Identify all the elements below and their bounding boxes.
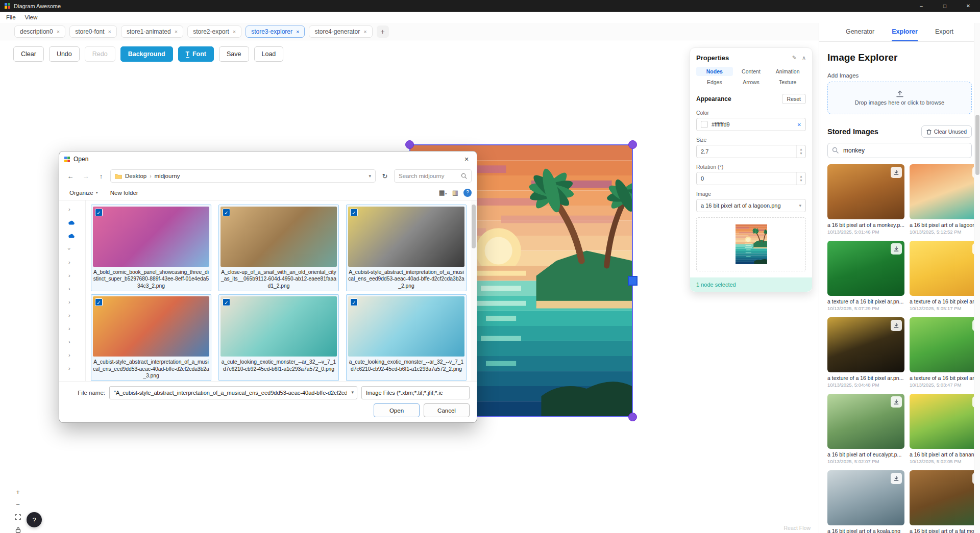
chevron-right-icon[interactable]: ›	[68, 352, 70, 358]
preview-pane-icon[interactable]: ▥	[452, 189, 458, 196]
breadcrumb-root[interactable]: Desktop	[125, 173, 146, 179]
tab-store4-generator[interactable]: store4-generator×	[309, 26, 372, 38]
sidebar-tab-export[interactable]: Export	[935, 23, 953, 41]
tree-item-cloud[interactable]	[59, 229, 85, 242]
file-item[interactable]: ✓A_cubist-style_abstract_interpretation_…	[346, 205, 467, 291]
rotation-stepper[interactable]: ▲▼	[796, 172, 805, 185]
stored-image-card[interactable]: a 16 bit pixel art of a lagoon.p...10/13…	[910, 164, 980, 235]
chevron-right-icon[interactable]: ›	[68, 206, 70, 212]
stored-image-card[interactable]: a 16 bit pixel art of eucalypt.p...10/13…	[827, 394, 904, 464]
tab-close-icon[interactable]: ×	[363, 29, 366, 35]
stored-image-card[interactable]: a 16 bit pixel art of a banana.p...10/13…	[910, 394, 980, 464]
stored-image-card[interactable]: a texture of a 16 bit pixel ar.pn...10/1…	[827, 317, 904, 388]
stored-image-card[interactable]: a 16 bit pixel art of a monkey.p...10/13…	[827, 164, 904, 235]
download-icon[interactable]	[891, 243, 902, 255]
stored-image-card[interactable]: a texture of a 16 bit pixel ar.pn...10/1…	[910, 241, 980, 311]
load-button[interactable]: Load	[254, 46, 284, 62]
tab-close-icon[interactable]: ×	[296, 29, 299, 35]
tree-item-cloud[interactable]	[59, 216, 85, 229]
stored-image-card[interactable]: a texture of a 16 bit pixel ar.pn...10/1…	[827, 241, 904, 311]
change-view-icon[interactable]: ▦▾	[438, 189, 447, 196]
clear-button[interactable]: Clear	[13, 46, 44, 62]
properties-tab-arrows[interactable]: Arrows	[733, 78, 770, 87]
lock-icon[interactable]	[12, 524, 23, 533]
chevron-right-icon[interactable]: ›	[68, 339, 70, 345]
resize-handle-top-left[interactable]	[405, 140, 414, 149]
checkbox-checked-icon[interactable]: ✓	[95, 298, 103, 306]
tree-item[interactable]: ›	[59, 242, 85, 256]
new-folder-button[interactable]: New folder	[105, 187, 143, 199]
help-button[interactable]: ?	[27, 512, 42, 527]
zoom-out-icon[interactable]: −	[12, 499, 23, 510]
tab-store1-animated[interactable]: store1-animated×	[121, 26, 183, 38]
connection-handle-right[interactable]	[628, 276, 638, 286]
zoom-in-icon[interactable]: +	[12, 486, 23, 497]
tree-item[interactable]: ›	[59, 322, 85, 335]
reset-button[interactable]: Reset	[782, 94, 806, 104]
address-dropdown-icon[interactable]: ▾	[369, 173, 371, 179]
tree-item[interactable]: ›	[59, 256, 85, 269]
chevron-right-icon[interactable]: ›	[68, 259, 70, 265]
add-tab-button[interactable]: +	[377, 26, 389, 38]
dialog-search-box[interactable]: Search midjourny	[394, 169, 472, 183]
undo-button[interactable]: Undo	[49, 46, 80, 62]
clear-unused-button[interactable]: Clear Unused	[921, 125, 972, 138]
tab-description0[interactable]: description0×	[14, 26, 65, 38]
minimize-icon[interactable]: –	[910, 0, 933, 12]
maximize-icon[interactable]: □	[933, 0, 957, 12]
tab-close-icon[interactable]: ×	[57, 29, 60, 35]
color-swatch[interactable]	[701, 121, 708, 128]
chevron-down-icon[interactable]: ▾	[351, 390, 354, 395]
breadcrumb[interactable]: Desktop › midjourny ▾	[110, 169, 376, 183]
image-dropzone[interactable]: Drop images here or click to browse	[827, 82, 972, 114]
color-input[interactable]: #ffffffd9 ✕	[696, 118, 806, 131]
edit-icon[interactable]: ✎	[792, 55, 797, 61]
tree-item[interactable]: ›	[59, 269, 85, 282]
checkbox-checked-icon[interactable]: ✓	[350, 298, 358, 306]
dialog-title-bar[interactable]: Open ✕	[59, 151, 477, 167]
file-item[interactable]: ✓A_cubist-style_abstract_interpretation_…	[91, 294, 211, 381]
chevron-right-icon[interactable]: ›	[68, 312, 70, 318]
chevron-right-icon[interactable]: ›	[66, 248, 72, 250]
organize-button[interactable]: Organize ▾	[64, 187, 103, 199]
tree-item[interactable]: ›	[59, 309, 85, 322]
checkbox-checked-icon[interactable]: ✓	[223, 298, 230, 306]
chevron-right-icon[interactable]: ›	[68, 299, 70, 305]
tree-item[interactable]: ›	[59, 335, 85, 348]
cancel-button[interactable]: Cancel	[424, 403, 470, 417]
stored-images-search-input[interactable]	[827, 143, 972, 158]
download-icon[interactable]	[891, 167, 902, 178]
properties-tab-texture[interactable]: Texture	[769, 78, 806, 87]
fit-view-icon[interactable]	[12, 512, 23, 523]
sidebar-tab-explorer[interactable]: Explorer	[892, 23, 918, 41]
tab-close-icon[interactable]: ×	[233, 29, 236, 35]
stored-image-card[interactable]: a 16 bit pixel art of a koala.png10/13/2…	[827, 470, 904, 533]
collapse-icon[interactable]: ∧	[802, 55, 806, 61]
menu-view[interactable]: View	[21, 13, 42, 21]
dialog-help-icon[interactable]: ?	[463, 189, 472, 197]
background-button[interactable]: Background	[120, 46, 173, 62]
breadcrumb-folder[interactable]: midjourny	[155, 173, 180, 179]
sidebar-scrollbar[interactable]	[974, 23, 980, 533]
file-item[interactable]: ✓A_close-up_of_a_snail_with_an_old_orien…	[218, 205, 339, 291]
sidebar-tab-generator[interactable]: Generator	[846, 23, 874, 41]
tab-close-icon[interactable]: ×	[175, 29, 178, 35]
chevron-right-icon[interactable]: ›	[68, 286, 70, 292]
tab-close-icon[interactable]: ×	[108, 29, 111, 35]
image-select[interactable]: a 16 bit pixel art of a lagoon.png ▾	[696, 199, 806, 212]
dialog-close-icon[interactable]: ✕	[456, 151, 477, 167]
tab-store0-font[interactable]: store0-font×	[69, 26, 117, 38]
download-icon[interactable]	[891, 473, 902, 484]
tree-item[interactable]: ›	[59, 202, 85, 216]
tree-item[interactable]: ›	[59, 348, 85, 362]
properties-tab-nodes[interactable]: Nodes	[696, 67, 733, 76]
download-icon[interactable]	[891, 396, 902, 408]
checkbox-checked-icon[interactable]: ✓	[223, 209, 230, 216]
file-type-select[interactable]: Image Files (*.xbm;*.tif;*.jfif;*.ic	[361, 386, 470, 399]
tree-item[interactable]: ›	[59, 295, 85, 309]
clear-color-icon[interactable]: ✕	[797, 122, 801, 128]
properties-tab-animation[interactable]: Animation	[769, 67, 806, 76]
tab-store3-explorer[interactable]: store3-explorer×	[246, 26, 305, 38]
file-item[interactable]: ✓a_cute_looking_exotic_monster_--ar_32_-…	[346, 294, 467, 381]
file-item[interactable]: ✓a_cute_looking_exotic_monster_--ar_32_-…	[218, 294, 339, 381]
